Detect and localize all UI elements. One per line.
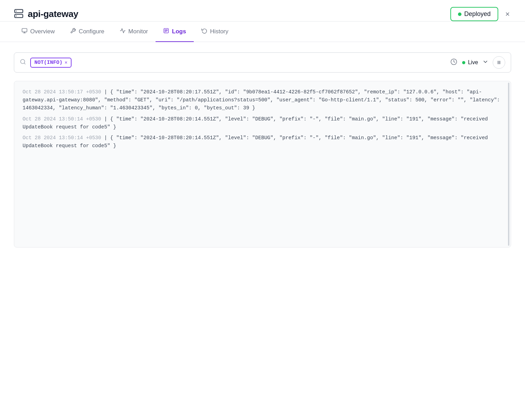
tab-configure-label: Configure bbox=[79, 28, 105, 35]
scrollbar[interactable] bbox=[508, 83, 509, 246]
log-entry: Oct 28 2024 13:50:17 +0530 | { "time": "… bbox=[23, 88, 502, 112]
header-left: api-gateway bbox=[14, 9, 78, 20]
log-timestamp: Oct 28 2024 13:50:14 +0530 bbox=[23, 135, 101, 141]
deployed-dot bbox=[458, 12, 461, 16]
svg-rect-15 bbox=[499, 61, 500, 64]
header: api-gateway Deployed × bbox=[0, 0, 525, 22]
tab-logs[interactable]: Logs bbox=[156, 22, 194, 42]
svg-rect-1 bbox=[15, 14, 23, 17]
tab-monitor[interactable]: Monitor bbox=[112, 22, 156, 42]
close-button[interactable]: × bbox=[504, 9, 511, 19]
tab-overview[interactable]: Overview bbox=[14, 22, 62, 42]
service-icon bbox=[14, 9, 24, 20]
tab-overview-label: Overview bbox=[30, 28, 55, 35]
nav-tabs: Overview Configure Monitor bbox=[0, 22, 525, 42]
search-right: Live bbox=[449, 56, 505, 69]
app-container: api-gateway Deployed × Overview bbox=[0, 0, 525, 420]
svg-line-12 bbox=[24, 63, 25, 64]
live-label: Live bbox=[468, 59, 478, 66]
search-bar: NOT(INFO) × Live bbox=[14, 52, 511, 73]
log-timestamp: Oct 28 2024 13:50:14 +0530 bbox=[23, 116, 101, 122]
wrench-icon bbox=[70, 28, 76, 35]
tab-configure[interactable]: Configure bbox=[62, 22, 112, 42]
log-history-button[interactable] bbox=[449, 57, 459, 68]
history-icon bbox=[201, 28, 207, 35]
log-entry: Oct 28 2024 13:50:14 +0530 | { "time": "… bbox=[23, 134, 502, 150]
header-right: Deployed × bbox=[450, 7, 511, 21]
deployed-badge: Deployed bbox=[450, 7, 498, 21]
live-dropdown-button[interactable] bbox=[482, 58, 489, 67]
search-icon bbox=[20, 59, 26, 67]
log-entry: Oct 28 2024 13:50:14 +0530 | { "time": "… bbox=[23, 115, 502, 131]
log-timestamp: Oct 28 2024 13:50:17 +0530 bbox=[23, 89, 101, 95]
svg-rect-4 bbox=[22, 28, 27, 32]
svg-rect-14 bbox=[498, 61, 499, 64]
tab-monitor-label: Monitor bbox=[128, 28, 148, 35]
tab-history[interactable]: History bbox=[194, 22, 236, 42]
filter-tag-remove-button[interactable]: × bbox=[65, 60, 67, 65]
filter-tag-text: NOT(INFO) bbox=[34, 60, 62, 66]
monitor-icon bbox=[22, 28, 27, 35]
main-content: NOT(INFO) × Live bbox=[0, 42, 525, 258]
live-dot bbox=[462, 61, 465, 64]
log-container: Oct 28 2024 13:50:17 +0530 | { "time": "… bbox=[14, 81, 511, 247]
logs-icon bbox=[163, 28, 169, 35]
chart-icon bbox=[120, 28, 126, 35]
svg-rect-0 bbox=[15, 9, 23, 12]
tab-history-label: History bbox=[210, 28, 228, 35]
filter-tag: NOT(INFO) × bbox=[30, 58, 72, 68]
deployed-label: Deployed bbox=[464, 10, 491, 18]
tab-logs-label: Logs bbox=[172, 28, 186, 35]
page-title: api-gateway bbox=[28, 9, 78, 19]
pause-button[interactable] bbox=[493, 56, 505, 69]
live-indicator: Live bbox=[462, 59, 478, 66]
